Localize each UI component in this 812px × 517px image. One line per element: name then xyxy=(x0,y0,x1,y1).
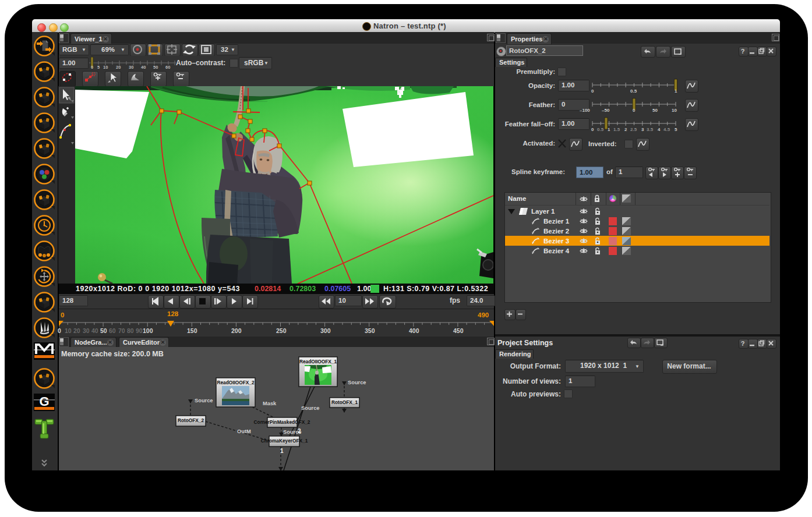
svg-text:1: 1 xyxy=(280,448,284,454)
svg-text:ChromaKeyerOFX_1: ChromaKeyerOFX_1 xyxy=(261,438,308,444)
svg-text:ReadOIIOOFX_2: ReadOIIOOFX_2 xyxy=(217,380,254,385)
svg-text:?: ? xyxy=(741,48,745,55)
svg-text:OutM: OutM xyxy=(237,429,251,434)
svg-text:RotoOFX_1: RotoOFX_1 xyxy=(331,399,358,405)
svg-text:G: G xyxy=(39,394,49,409)
svg-text:Mask: Mask xyxy=(263,401,277,406)
svg-text:Source: Source xyxy=(301,405,320,411)
svg-text:ReadOIIOOFX_1: ReadOIIOOFX_1 xyxy=(299,359,337,364)
svg-text:CornerPinMaskedOFX_2: CornerPinMaskedOFX_2 xyxy=(254,419,310,425)
svg-text:RotoOFX_2: RotoOFX_2 xyxy=(178,417,204,423)
svg-text:2: 2 xyxy=(298,428,301,434)
svg-text:Source: Source xyxy=(195,398,213,403)
svg-text:Source: Source xyxy=(348,380,366,385)
svg-text:?: ? xyxy=(741,340,745,347)
